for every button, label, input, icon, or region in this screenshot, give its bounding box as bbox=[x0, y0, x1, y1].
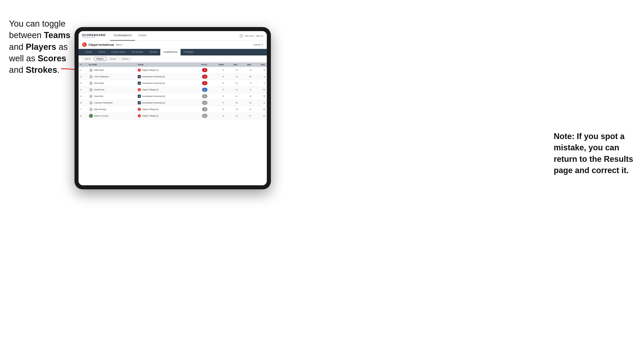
cell-team: C Clippd College [A] bbox=[136, 67, 191, 73]
col-team: TEAM bbox=[136, 62, 191, 67]
cell-rd1: +1 bbox=[226, 93, 240, 100]
toggle-teams[interactable]: Teams bbox=[82, 57, 93, 61]
note-label: Note: If you spot a mistake, you can ret… bbox=[554, 132, 633, 175]
table-row: 7 Blair McHarg C Clippd College [A] +8 F… bbox=[78, 106, 267, 113]
cell-rd1: +1 bbox=[226, 87, 240, 93]
cell-rd2: -2 bbox=[240, 80, 253, 87]
team-logo-sb: SB bbox=[138, 82, 141, 85]
tournament-name: Clippd Invitational bbox=[88, 43, 114, 46]
table-row: 6 Cameron Robertson SB Scoreboard Univer… bbox=[78, 100, 267, 106]
cell-rank: 4 bbox=[78, 87, 87, 93]
cell-total: -8 bbox=[191, 67, 209, 73]
cell-rd1: +3 bbox=[226, 67, 240, 73]
cell-rd3: E bbox=[253, 93, 267, 100]
cell-rd2: -4 bbox=[240, 87, 253, 93]
cancel-label: Cancel bbox=[254, 43, 260, 46]
team-logo-clippd: C bbox=[138, 108, 141, 111]
team-logo-clippd: C bbox=[138, 68, 141, 72]
tablet-frame: SCOREBOARD Powered by clippd TOURNAMENTS… bbox=[74, 27, 271, 189]
cell-rd3: -1 bbox=[253, 80, 267, 87]
toggle-strokes[interactable]: Strokes bbox=[120, 57, 131, 61]
player-avatar bbox=[89, 101, 93, 105]
svg-point-6 bbox=[90, 83, 92, 85]
cell-rank: 3 bbox=[78, 80, 87, 87]
cell-total: +8 bbox=[191, 106, 209, 113]
right-annotation: Note: If you spot a mistake, you can ret… bbox=[554, 131, 635, 176]
player-avatar bbox=[89, 75, 93, 79]
col-player: PLAYER bbox=[87, 62, 136, 67]
svg-point-5 bbox=[90, 82, 92, 83]
svg-point-1 bbox=[90, 69, 92, 70]
player-avatar bbox=[89, 94, 93, 98]
tournament-gender: (Men) bbox=[116, 43, 122, 46]
cell-total: E bbox=[191, 87, 209, 93]
cell-rd3: +2 bbox=[253, 113, 267, 119]
nav-link-teams[interactable]: TEAMS bbox=[135, 31, 150, 41]
bold-teams: Teams bbox=[44, 30, 70, 40]
tablet-screen: SCOREBOARD Powered by clippd TOURNAMENTS… bbox=[78, 31, 267, 185]
cell-rank: 7 bbox=[78, 106, 87, 113]
tab-course-setup[interactable]: Course Setup bbox=[108, 49, 128, 55]
cancel-button[interactable]: Cancel ✕ bbox=[254, 43, 263, 46]
cell-rank: 8 bbox=[78, 113, 87, 119]
leaderboard-table: # PLAYER TEAM TOTAL THRU RD1 RD2 RD3 1 E… bbox=[78, 62, 267, 185]
svg-point-12 bbox=[90, 103, 92, 104]
cell-rank: 2 bbox=[78, 73, 87, 80]
cell-thru: F bbox=[209, 87, 226, 93]
svg-point-9 bbox=[90, 95, 92, 96]
players-tbody: 1 Elliot Ebert C Clippd College [A] -8 F… bbox=[78, 67, 267, 119]
cell-player: Rees Britt bbox=[87, 93, 136, 100]
tab-printables[interactable]: Printables bbox=[180, 49, 197, 55]
svg-point-13 bbox=[90, 108, 92, 109]
col-rd3: RD3 bbox=[253, 62, 267, 67]
cell-team: C Clippd College [A] bbox=[136, 106, 191, 113]
bold-scores: Scores bbox=[38, 54, 66, 63]
user-area: Test User | Sign out bbox=[239, 34, 263, 38]
tab-results[interactable]: Results bbox=[146, 49, 160, 55]
nav-links: TOURNAMENTS TEAMS bbox=[110, 31, 239, 41]
tournament-title-area: C Clippd Invitational (Men) bbox=[82, 42, 122, 47]
table-row: 1 Elliot Ebert C Clippd College [A] -8 F… bbox=[78, 67, 267, 73]
cell-total: -4 bbox=[191, 73, 209, 80]
tab-details[interactable]: Details bbox=[82, 49, 96, 55]
cell-player: Chris Robertson bbox=[87, 73, 136, 80]
cell-rd1: +5 bbox=[226, 100, 240, 106]
cell-team: SB Scoreboard University [A] bbox=[136, 100, 191, 106]
toggle-bar: Teams Players Scores Strokes bbox=[78, 55, 267, 62]
cell-rank: 5 bbox=[78, 93, 87, 100]
tab-leaderboards[interactable]: Leaderboards bbox=[160, 49, 180, 55]
cell-rd1: +2 bbox=[226, 106, 240, 113]
table-header: # PLAYER TEAM TOTAL THRU RD1 RD2 RD3 bbox=[78, 62, 267, 67]
cell-team: C Clippd College [A] bbox=[136, 87, 191, 93]
cell-team: SB Scoreboard University [A] bbox=[136, 73, 191, 80]
toggle-players[interactable]: Players bbox=[94, 57, 106, 61]
close-icon: ✕ bbox=[262, 43, 263, 46]
player-avatar bbox=[89, 68, 93, 72]
cell-player: David Ford bbox=[87, 87, 136, 93]
sign-out-link[interactable]: Sign out bbox=[256, 35, 263, 37]
cell-rd2: +5 bbox=[240, 73, 253, 80]
nav-link-tournaments[interactable]: TOURNAMENTS bbox=[110, 31, 135, 41]
svg-point-10 bbox=[90, 96, 92, 98]
cell-rd3: +6 bbox=[253, 106, 267, 113]
user-name: Test User | bbox=[245, 35, 254, 37]
cell-rd2: +7 bbox=[240, 113, 253, 119]
left-annotation: You can toggle between Teams and Players… bbox=[9, 18, 72, 76]
player-avatar bbox=[89, 88, 93, 92]
team-logo-clippd: C bbox=[138, 88, 141, 91]
cell-thru: F bbox=[209, 73, 226, 80]
top-nav: SCOREBOARD Powered by clippd TOURNAMENTS… bbox=[78, 31, 267, 41]
logo-area: SCOREBOARD Powered by clippd bbox=[82, 34, 106, 38]
tab-teams[interactable]: Teams bbox=[96, 49, 108, 55]
cell-rd3: +3 bbox=[253, 87, 267, 93]
players-table: # PLAYER TEAM TOTAL THRU RD1 RD2 RD3 1 E… bbox=[78, 62, 267, 119]
cell-rd2: +1 bbox=[240, 106, 253, 113]
tab-tee-groups[interactable]: Tee Groups bbox=[128, 49, 146, 55]
cell-rd3: -1 bbox=[253, 100, 267, 106]
team-logo-sb: SB bbox=[138, 75, 141, 78]
cell-total: +6 bbox=[191, 100, 209, 106]
table-row: 5 Rees Britt SB Scoreboard University [A… bbox=[78, 93, 267, 100]
cell-thru: F bbox=[209, 80, 226, 87]
toggle-scores[interactable]: Scores bbox=[107, 57, 118, 61]
sub-nav: Details Teams Course Setup Tee Groups Re… bbox=[78, 49, 267, 55]
